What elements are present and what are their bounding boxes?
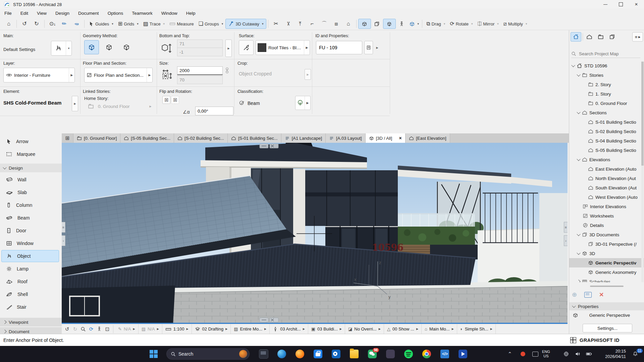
quick-option-shadows[interactable]: ◗Simple Sh...▶	[457, 324, 496, 334]
trace-button[interactable]: ▨Trace▾	[141, 19, 167, 28]
search-input[interactable]	[578, 51, 637, 57]
tree-item-schedules[interactable]: Schedules	[569, 277, 644, 282]
tree-item-north-elevation[interactable]: North Elevation (Aut	[569, 174, 644, 183]
tree-item-details[interactable]: Details	[569, 221, 644, 230]
cutaway-button[interactable]: 3D Cutaway▾	[225, 19, 266, 29]
tab-a1-landscape[interactable]: [A1 Landscape]	[281, 133, 326, 143]
tab-east-elevation[interactable]: [East Elevation]	[406, 133, 450, 143]
tray-ime-icon[interactable]	[527, 346, 543, 362]
menu-teamwork[interactable]: Teamwork	[127, 9, 157, 18]
taskbar-app-firefox[interactable]	[292, 346, 308, 362]
edit-list-icon[interactable]	[584, 292, 592, 298]
taskbar-app-dark[interactable]	[382, 346, 398, 362]
maximize-button[interactable]	[613, 0, 629, 9]
taskbar-app-desktop[interactable]	[256, 346, 272, 362]
quick-option-pen-na[interactable]: ✎N/A▶	[115, 324, 139, 334]
tree-item-s02[interactable]: S-02 Building Sectio	[569, 127, 644, 136]
id-flyout-button[interactable]: ▶	[374, 41, 380, 54]
elevate-button[interactable]: ⤒	[294, 19, 306, 28]
tree-item-worksheets[interactable]: Worksheets	[569, 211, 644, 221]
tab-s05-section[interactable]: [S-05 Building Sec...	[120, 133, 174, 143]
right-scroll-grip[interactable]: ›	[564, 235, 568, 246]
fillet-button[interactable]: ⌒	[318, 19, 330, 28]
geometry-method-rotated-button[interactable]	[102, 40, 116, 54]
find-select-button[interactable]: ⊙1	[46, 19, 58, 28]
tree-item-3d[interactable]: 3D	[569, 249, 644, 258]
tab-overview-button[interactable]: ⊞	[62, 133, 73, 143]
pickup-parameters-button[interactable]: ✎	[58, 19, 70, 28]
bottom-offset-input[interactable]	[177, 48, 223, 56]
tree-item-east-elevation[interactable]: East Elevation (Auto	[569, 164, 644, 174]
rotation-angle-input[interactable]	[195, 107, 233, 115]
taskbar-app-edge[interactable]	[274, 346, 290, 362]
tree-item-sections[interactable]: Sections	[569, 108, 644, 117]
orbit-button[interactable]: ⟳	[87, 325, 95, 333]
taskbar-app-code[interactable]: </>	[437, 346, 453, 362]
tool-roof[interactable]: Roof	[1, 276, 59, 288]
fit-in-window-button[interactable]: ⊡	[103, 325, 111, 333]
tool-shell[interactable]: Shell	[1, 288, 59, 300]
left-pan-grip[interactable]: ≡	[62, 222, 65, 233]
close-button[interactable]: ✕	[629, 0, 644, 9]
taskbar-app-file-explorer[interactable]	[346, 346, 362, 362]
layer-dropdown[interactable]: Interior - Furniture ▶	[3, 68, 75, 82]
quick-option-model-view[interactable]: ▣03 Buildi...▶	[308, 324, 345, 334]
tool-window[interactable]: Window	[1, 237, 59, 249]
menu-help[interactable]: Help	[182, 9, 200, 18]
tool-slab[interactable]: Slab	[1, 186, 59, 198]
split-button[interactable]: ✂	[270, 19, 282, 28]
tool-door[interactable]: Door	[1, 225, 59, 237]
linked-stories-flyout-button[interactable]: ▶	[148, 102, 153, 111]
undo-button[interactable]: ↺	[18, 19, 31, 28]
default-settings-button[interactable]: ▾	[51, 41, 72, 56]
tab-ground-floor[interactable]: [0. Ground Floor]	[73, 133, 120, 143]
tab-3d-all[interactable]: [3D / All]✕	[366, 133, 406, 143]
chevron-right-icon[interactable]: ▶	[69, 68, 74, 82]
navigator-menu-button[interactable]: ≡▶	[632, 32, 643, 42]
delete-item-icon[interactable]: ✕	[599, 291, 604, 298]
quick-option-layer-combination[interactable]: 02 Drafting▶	[192, 324, 231, 334]
explore-walk-button[interactable]	[95, 325, 103, 333]
taskbar-app-media[interactable]	[455, 346, 471, 362]
adjust-button[interactable]: ✂	[282, 19, 294, 28]
grids-button[interactable]: ⊞Grids▾	[116, 19, 141, 28]
classification-button[interactable]: ▶	[295, 96, 311, 110]
chevron-right-icon[interactable]: ▶	[305, 96, 310, 110]
quick-option-pen-set[interactable]: 03 Archit...▶	[270, 324, 308, 334]
measure-button[interactable]: Measure	[167, 19, 196, 28]
roof-trim-button[interactable]: ⌂	[342, 19, 355, 28]
size-height-input[interactable]	[177, 76, 223, 84]
tool-wall[interactable]: Wall	[1, 174, 59, 186]
taskbar-app-spotify[interactable]	[400, 346, 417, 362]
notification-bell[interactable]: 11	[627, 346, 643, 362]
quick-option-fill-na[interactable]: ▨N/A▶	[139, 324, 162, 334]
tool-marquee[interactable]: Marquee	[1, 148, 59, 160]
axonometry-view-button[interactable]	[371, 19, 383, 28]
tree-item-south-elevation[interactable]: South Elevation (Aut	[569, 183, 644, 192]
element-id-input[interactable]	[316, 41, 362, 54]
multiply-button[interactable]: ⧄Multiply▾	[501, 19, 530, 28]
project-map-button[interactable]	[571, 32, 581, 42]
groups-button[interactable]: ❏Groups▾	[196, 19, 226, 28]
mirror-button[interactable]: ⎅Mirror▾	[475, 19, 501, 28]
previous-zoom-button[interactable]: ↺	[63, 325, 71, 333]
quick-option-scale[interactable]: 1:100▶	[162, 324, 192, 334]
size-width-input[interactable]	[177, 66, 223, 75]
properties-button[interactable]	[364, 41, 373, 54]
menu-options[interactable]: Options	[103, 9, 128, 18]
surface-dropdown[interactable]: Roof Tiles - Black ▶	[256, 40, 310, 55]
tool-arrow[interactable]: Arrow	[1, 135, 59, 147]
menu-edit[interactable]: Edit	[16, 9, 33, 18]
rotate-button[interactable]: ⟳Rotate▾	[447, 19, 475, 28]
tool-object[interactable]: Object	[1, 250, 59, 262]
tree-item-generic-perspective[interactable]: Generic Perspectiv	[569, 258, 644, 267]
toolbox-group-viewpoint[interactable]: Viewpoint	[0, 318, 62, 326]
home-button[interactable]: ⌂	[3, 19, 15, 28]
right-pan-grip[interactable]: ≡	[564, 222, 568, 233]
perspective-view-button[interactable]	[358, 19, 371, 29]
tool-beam[interactable]: Beam	[1, 212, 59, 224]
quick-option-renovation-filter[interactable]: △00 Show ...▶	[384, 324, 422, 334]
tree-item-s01[interactable]: S-01 Building Sectio	[569, 117, 644, 127]
tree-item-3d-documents[interactable]: 3D Documents	[569, 230, 644, 239]
properties-header[interactable]: Properties	[569, 302, 644, 310]
